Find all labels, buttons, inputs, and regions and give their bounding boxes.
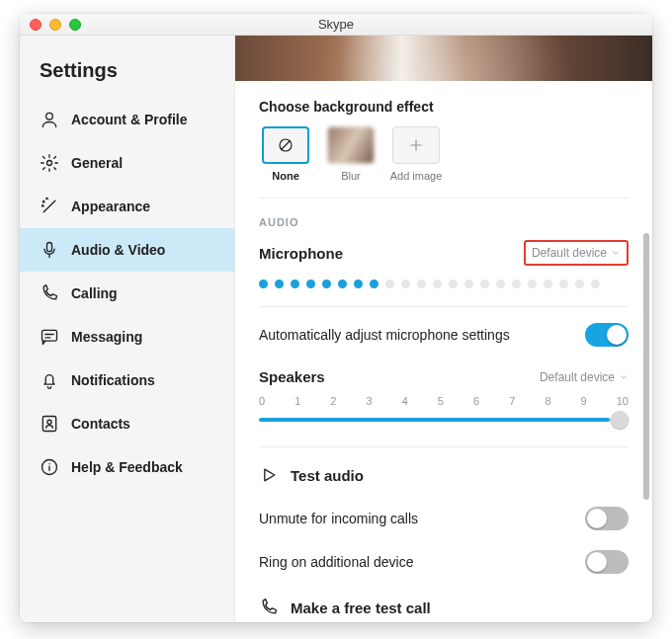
ring-additional-label: Ring on additional device [259,554,413,570]
sidebar-heading: Settings [20,59,234,98]
slider-thumb[interactable] [611,411,629,429]
level-dot [496,280,505,288]
effect-blur[interactable]: Blur [324,126,378,182]
sidebar-item-notifications[interactable]: Notifications [20,359,234,402]
play-icon [259,465,279,485]
level-dot [259,280,268,288]
effect-none[interactable]: None [259,126,312,182]
sidebar-item-label: Help & Feedback [71,459,183,475]
sidebar-item-calling[interactable]: Calling [20,272,234,315]
tick-label: 4 [402,395,408,407]
background-effects: None Blur Add image [259,126,629,199]
speaker-volume-slider[interactable] [259,411,629,429]
svg-point-1 [47,161,52,166]
level-dot [354,280,363,288]
sidebar-item-label: Notifications [71,372,155,388]
camera-preview [235,36,652,81]
microphone-device-dropdown[interactable]: Default device [524,240,629,266]
tick-label: 3 [367,395,373,407]
level-dot [401,280,410,288]
tick-label: 0 [259,395,265,407]
svg-point-5 [47,420,51,424]
microphone-device-value: Default device [532,246,607,260]
level-dot [385,280,394,288]
tick-label: 1 [294,395,300,407]
tick-label: 6 [473,395,479,407]
svg-rect-3 [42,330,57,341]
info-icon [40,457,59,477]
phone-icon [259,598,279,617]
microphone-label: Microphone [259,245,343,262]
settings-sidebar: Settings Account & Profile General Appea… [20,36,235,622]
level-dot [306,280,315,288]
tick-label: 2 [330,395,336,407]
auto-adjust-toggle[interactable] [585,323,629,347]
svg-point-0 [46,113,53,120]
test-audio-label: Test audio [291,467,364,484]
wand-icon [40,197,59,216]
sidebar-item-contacts[interactable]: Contacts [20,402,234,445]
level-dot [338,280,347,288]
sidebar-item-label: Audio & Video [71,242,165,258]
sidebar-item-help-feedback[interactable]: Help & Feedback [20,445,234,489]
level-dot [528,280,537,288]
contact-book-icon [40,414,59,434]
app-window: Skype Settings Account & Profile General… [20,14,652,622]
sidebar-item-label: Account & Profile [71,112,187,127]
sidebar-item-general[interactable]: General [20,141,234,185]
person-icon [40,110,59,129]
audio-group-label: AUDIO [259,216,629,228]
svg-rect-2 [47,243,52,252]
tick-label: 8 [545,395,550,407]
sidebar-item-label: General [71,155,123,171]
blur-thumbnail [327,126,375,164]
level-dot [275,280,284,288]
sidebar-item-label: Contacts [71,416,130,432]
level-dot [544,280,552,288]
content: Settings Account & Profile General Appea… [20,36,652,622]
bell-icon [40,370,59,390]
effect-label: None [272,170,299,182]
effect-label: Blur [341,170,361,182]
level-dot [480,280,489,288]
sidebar-item-account-profile[interactable]: Account & Profile [20,98,234,141]
tick-label: 10 [617,395,629,407]
level-dot [322,280,331,288]
make-test-call-label: Make a free test call [291,599,431,616]
effect-add-image[interactable]: Add image [389,126,443,182]
speaker-volume-control: 012345678910 [259,395,629,447]
sidebar-item-appearance[interactable]: Appearance [20,185,234,228]
titlebar: Skype [20,14,652,36]
microphone-icon [40,240,59,260]
level-dot [433,280,442,288]
speakers-device-value: Default device [540,370,615,384]
none-icon [262,126,309,164]
level-dot [512,280,521,288]
phone-icon [40,283,59,303]
level-dot [417,280,426,288]
ring-additional-toggle[interactable] [585,550,629,574]
microphone-level-meter [259,280,629,307]
window-title: Skype [20,17,652,32]
sidebar-item-messaging[interactable]: Messaging [20,315,234,359]
unmute-incoming-label: Unmute for incoming calls [259,511,418,526]
speakers-device-dropdown[interactable]: Default device [540,370,629,384]
sidebar-item-label: Messaging [71,329,142,345]
test-audio-button[interactable]: Test audio [259,465,629,485]
auto-adjust-label: Automatically adjust microphone settings [259,327,510,343]
level-dot [370,280,378,288]
chat-icon [40,327,59,347]
level-dot [559,280,568,288]
gear-icon [40,153,59,173]
sidebar-item-audio-video[interactable]: Audio & Video [20,228,234,272]
background-effect-heading: Choose background effect [259,99,629,115]
chevron-down-icon [611,248,621,258]
effect-label: Add image [390,170,443,182]
level-dot [291,280,299,288]
chevron-down-icon [619,372,629,382]
tick-label: 9 [581,395,587,407]
unmute-incoming-toggle[interactable] [585,507,629,530]
slider-ticks: 012345678910 [259,395,629,407]
tick-label: 5 [438,395,444,407]
make-test-call-button[interactable]: Make a free test call [259,598,629,617]
